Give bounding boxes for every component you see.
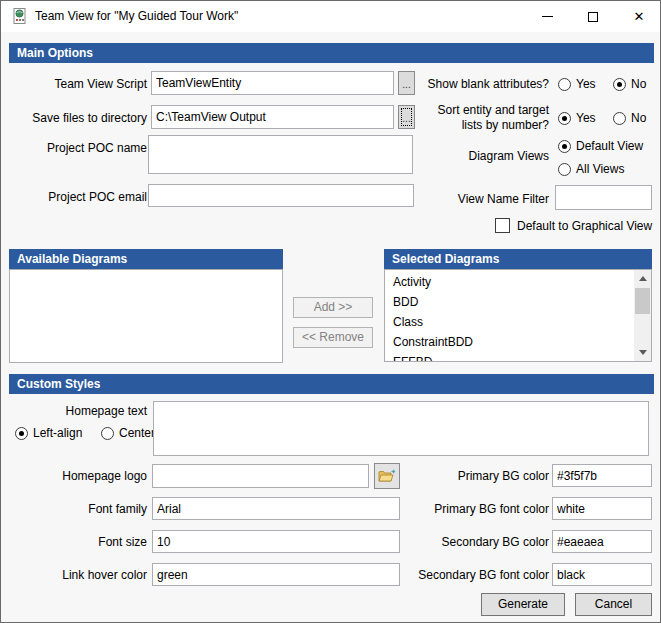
diagram-views-all-radio[interactable]	[558, 163, 571, 176]
close-icon: ✕	[634, 10, 645, 23]
show-blank-yes-radio[interactable]	[558, 78, 571, 91]
cancel-button[interactable]: Cancel	[575, 593, 652, 616]
left-align-label[interactable]: Left-align	[33, 426, 82, 441]
list-item[interactable]: Activity	[385, 272, 634, 292]
font-size-label: Font size	[9, 535, 147, 550]
window-title: Team View for "My Guided Tour Work"	[35, 1, 238, 32]
secondary-bg-color-input[interactable]	[552, 530, 652, 553]
font-family-input[interactable]	[152, 497, 400, 520]
show-blank-yes-label[interactable]: Yes	[576, 77, 596, 92]
poc-name-input[interactable]	[148, 135, 413, 174]
custom-styles-header: Custom Styles	[9, 374, 654, 394]
scroll-up-icon[interactable]	[634, 270, 651, 287]
default-graphical-label[interactable]: Default to Graphical View	[517, 219, 652, 234]
show-blank-no-radio[interactable]	[613, 78, 626, 91]
maximize-button[interactable]	[570, 1, 616, 32]
add-button[interactable]: Add >>	[293, 297, 373, 318]
scrollbar[interactable]	[634, 270, 651, 361]
save-directory-label: Save files to directory	[9, 111, 147, 126]
list-item[interactable]: BDD	[385, 292, 634, 312]
poc-email-label: Project POC email	[9, 190, 147, 205]
left-align-radio[interactable]	[15, 427, 28, 440]
secondary-bg-font-color-input[interactable]	[552, 563, 652, 586]
link-hover-color-input[interactable]	[152, 563, 400, 586]
save-directory-browse-button[interactable]: ...	[398, 105, 415, 129]
primary-bg-font-color-input[interactable]	[552, 497, 652, 520]
selected-diagrams-list[interactable]: Activity BDD Class ConstraintBDD EFFBD	[384, 269, 652, 362]
team-view-dialog: Team View for "My Guided Tour Work" ✕ Ma…	[0, 0, 661, 623]
link-hover-color-label: Link hover color	[9, 568, 147, 583]
show-blank-label: Show blank attributes?	[409, 77, 549, 92]
diagram-views-default-radio[interactable]	[558, 140, 571, 153]
maximize-icon	[588, 12, 598, 22]
scroll-down-icon[interactable]	[634, 344, 651, 361]
selected-diagrams-header: Selected Diagrams	[384, 249, 652, 269]
generate-button[interactable]: Generate	[481, 593, 565, 616]
list-item[interactable]: Class	[385, 312, 634, 332]
font-size-input[interactable]	[152, 530, 400, 553]
sort-lists-label: Sort entity and target lists by number?	[419, 103, 549, 133]
list-item[interactable]: ConstraintBDD	[385, 332, 634, 352]
poc-email-input[interactable]	[148, 184, 414, 207]
sort-lists-yes-radio[interactable]	[558, 112, 571, 125]
homepage-text-input[interactable]	[153, 401, 649, 456]
primary-bg-font-color-label: Primary BG font color	[409, 502, 549, 517]
minimize-icon	[542, 16, 553, 17]
close-button[interactable]: ✕	[616, 1, 661, 32]
scrollbar-thumb[interactable]	[635, 288, 650, 314]
available-diagrams-list[interactable]	[9, 269, 283, 363]
secondary-bg-font-color-label: Secondary BG font color	[409, 568, 549, 583]
sort-lists-yes-label[interactable]: Yes	[576, 111, 596, 126]
homepage-logo-input[interactable]	[152, 464, 369, 488]
minimize-button[interactable]	[524, 1, 570, 32]
team-view-script-input[interactable]	[151, 71, 394, 95]
default-graphical-checkbox[interactable]	[495, 218, 510, 233]
title-bar[interactable]: Team View for "My Guided Tour Work" ✕	[1, 1, 660, 32]
secondary-bg-color-label: Secondary BG color	[409, 535, 549, 550]
view-name-filter-label: View Name Filter	[409, 192, 549, 207]
available-diagrams-header: Available Diagrams	[9, 249, 283, 269]
primary-bg-color-input[interactable]	[552, 464, 652, 487]
sort-lists-no-radio[interactable]	[613, 112, 626, 125]
open-folder-icon	[378, 469, 396, 483]
app-icon	[12, 8, 28, 24]
center-label[interactable]: Center	[119, 426, 155, 441]
homepage-text-label: Homepage text	[9, 404, 147, 419]
diagram-views-default-label[interactable]: Default View	[576, 139, 643, 154]
font-family-label: Font family	[9, 502, 147, 517]
poc-name-label: Project POC name	[9, 141, 147, 156]
center-radio[interactable]	[101, 427, 114, 440]
main-options-header: Main Options	[9, 43, 654, 63]
save-directory-input[interactable]	[151, 105, 394, 129]
team-view-script-label: Team View Script	[9, 77, 147, 92]
show-blank-no-label[interactable]: No	[631, 77, 646, 92]
view-name-filter-input[interactable]	[555, 185, 652, 210]
primary-bg-color-label: Primary BG color	[409, 469, 549, 484]
homepage-logo-label: Homepage logo	[9, 469, 147, 484]
diagram-views-label: Diagram Views	[409, 149, 549, 164]
list-item[interactable]: EFFBD	[385, 352, 634, 362]
remove-button[interactable]: << Remove	[293, 327, 373, 348]
diagram-views-all-label[interactable]: All Views	[576, 162, 624, 177]
sort-lists-no-label[interactable]: No	[631, 111, 646, 126]
homepage-logo-browse-button[interactable]	[374, 463, 400, 489]
